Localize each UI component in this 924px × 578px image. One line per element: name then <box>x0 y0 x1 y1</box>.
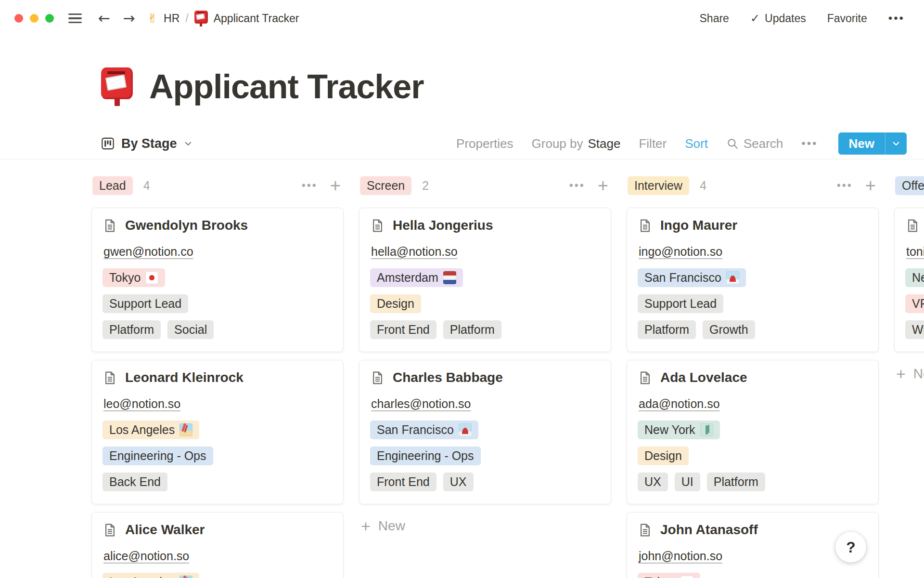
column-options-icon[interactable]: ••• <box>837 179 853 192</box>
column-options-icon[interactable]: ••• <box>302 179 318 192</box>
favorite-button[interactable]: Favorite <box>827 12 867 25</box>
check-icon: ✓ <box>750 12 760 25</box>
sf-bridge-icon <box>726 271 739 284</box>
zoom-window-icon[interactable] <box>45 14 54 23</box>
tag-pill: Support Lead <box>638 294 723 313</box>
filter-button[interactable]: Filter <box>639 136 667 151</box>
email-link[interactable]: gwen@notion.co <box>103 245 193 259</box>
tag-pill: Front End <box>370 473 436 491</box>
tag-pill: Social <box>167 320 214 339</box>
tag-row: UXUIPlatform <box>638 473 868 491</box>
tag-pill: UX <box>443 473 474 491</box>
search-button[interactable]: Search <box>726 136 783 151</box>
more-options-icon[interactable]: ••• <box>888 12 905 25</box>
card-title-row: Hella Jongerius <box>370 218 600 233</box>
tag-row: Support Lead <box>638 294 868 313</box>
column-count: 2 <box>422 179 429 193</box>
properties-button[interactable]: Properties <box>456 136 513 151</box>
applicant-card[interactable]: Ingo Maureringo@notion.soSan FranciscoSu… <box>627 208 879 352</box>
applicant-card[interactable]: Ada Lovelaceada@notion.soNew YorkDesignU… <box>627 360 879 504</box>
tag-pill: Tokyo <box>103 268 165 287</box>
tag-row: Support Lead <box>103 294 333 313</box>
card-title-row: John Atanasoff <box>638 522 868 538</box>
titlebar-actions: Share ✓ Updates Favorite ••• <box>700 12 905 25</box>
page-icon <box>103 370 117 385</box>
new-button[interactable]: New <box>838 132 907 155</box>
tag-row: Design <box>638 447 868 465</box>
search-label: Search <box>744 136 783 151</box>
column-stage-pill[interactable]: Screen <box>360 176 411 195</box>
tag-row: New York <box>638 420 868 439</box>
group-by-value: Stage <box>588 136 621 151</box>
column-stage-pill[interactable]: Offer <box>895 176 924 195</box>
column-count: 4 <box>700 179 706 193</box>
applicant-card[interactable]: Alice Walkeralice@notion.soLos Angeles <box>91 512 344 578</box>
forward-arrow-icon[interactable]: → <box>123 11 135 26</box>
back-arrow-icon[interactable]: ← <box>98 11 110 26</box>
sort-button[interactable]: Sort <box>685 136 708 151</box>
window-controls <box>14 14 54 23</box>
tag-pill: Writ <box>905 320 924 339</box>
column-add-icon[interactable]: + <box>598 176 608 195</box>
email-link[interactable]: alice@notion.so <box>103 549 189 563</box>
share-button[interactable]: Share <box>700 12 729 25</box>
updates-button[interactable]: ✓ Updates <box>750 12 806 25</box>
applicant-card[interactable]: Charles Babbagecharles@notion.soSan Fran… <box>359 360 611 504</box>
tag-pill: VP <box>905 294 924 313</box>
sidebar-menu-icon[interactable] <box>68 13 82 24</box>
column-stage-pill[interactable]: Interview <box>628 176 689 195</box>
breadcrumb-page[interactable]: Applicant Tracker <box>214 12 299 25</box>
view-switcher-label: By Stage <box>121 136 177 151</box>
new-button-chevron-icon[interactable] <box>886 132 907 155</box>
page-icon <box>638 370 653 385</box>
column-stage-pill[interactable]: Lead <box>92 176 133 195</box>
board-wrap: Lead4•••+Gwendolyn Brooksgwen@notion.coT… <box>0 159 924 578</box>
email-link[interactable]: leo@notion.so <box>103 397 180 411</box>
page-icon <box>638 218 653 233</box>
applicant-card[interactable]: Leonard Kleinrockleo@notion.soLos Angele… <box>91 360 344 504</box>
column-add-icon[interactable]: + <box>865 176 876 195</box>
toolbar-tools: Properties Group by Stage Filter Sort Se… <box>456 132 907 155</box>
group-by-button[interactable]: Group by Stage <box>532 136 621 151</box>
tag-row: San Francisco <box>638 268 868 287</box>
add-card-button[interactable]: +New <box>894 363 924 385</box>
card-title-row: Alice Walker <box>103 522 333 538</box>
email-link[interactable]: john@notion.so <box>639 549 722 563</box>
breadcrumb-workspace[interactable]: HR <box>164 12 180 25</box>
applicant-card[interactable]: Gwendolyn Brooksgwen@notion.coTokyoSuppo… <box>91 208 344 352</box>
email-link[interactable]: ingo@notion.so <box>639 245 722 259</box>
updates-label: Updates <box>765 12 806 25</box>
email-link[interactable]: toni@ <box>906 245 924 259</box>
email-link[interactable]: charles@notion.so <box>371 397 471 411</box>
card-title-row: Ingo Maurer <box>638 218 868 233</box>
tag-row: Front EndPlatform <box>370 320 600 339</box>
column-add-icon[interactable]: + <box>330 176 341 195</box>
view-switcher[interactable]: By Stage <box>101 136 192 151</box>
help-button[interactable]: ? <box>835 532 866 563</box>
applicant-name: John Atanasoff <box>660 522 758 538</box>
tag-pill: Tokyo <box>638 573 700 578</box>
chevron-down-icon <box>184 139 192 148</box>
tag-pill: Design <box>638 447 689 465</box>
minimize-window-icon[interactable] <box>30 14 38 23</box>
tag-pill: New York <box>638 420 720 439</box>
applicant-name: Alice Walker <box>125 522 205 538</box>
email-link[interactable]: ada@notion.so <box>639 397 720 411</box>
tag-pill: Engineering - Ops <box>103 447 213 465</box>
card-title-row: T <box>905 218 924 233</box>
card-title-row: Gwendolyn Brooks <box>103 218 333 233</box>
breadcrumb: ✌ HR / Applicant Tracker <box>147 11 299 26</box>
column-options-icon[interactable]: ••• <box>569 179 585 192</box>
applicant-name: Hella Jongerius <box>393 218 493 233</box>
applicant-card[interactable]: Ttoni@NewVPWrit <box>894 208 924 352</box>
close-window-icon[interactable] <box>14 14 23 23</box>
page-title[interactable]: Applicant Tracker <box>149 66 424 107</box>
tag-pill: Growth <box>703 320 755 339</box>
add-card-button[interactable]: +New <box>359 515 611 537</box>
page-postbox-icon[interactable] <box>101 67 133 106</box>
column-cards: Ingo Maureringo@notion.soSan FranciscoSu… <box>627 208 879 578</box>
toolbar-more-icon[interactable]: ••• <box>801 137 818 150</box>
victory-hand-icon: ✌ <box>147 11 158 26</box>
applicant-card[interactable]: Hella Jongeriushella@notion.soAmsterdamD… <box>359 208 611 352</box>
email-link[interactable]: hella@notion.so <box>371 245 458 259</box>
